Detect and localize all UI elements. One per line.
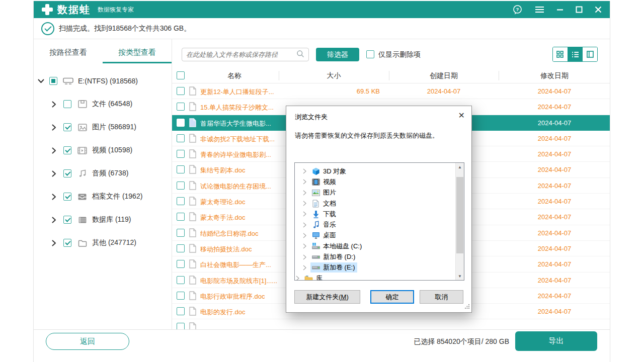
sidebar-item[interactable]: 文件 (64548) xyxy=(38,93,172,116)
minimize-icon[interactable] xyxy=(556,6,564,13)
select-all-checkbox[interactable] xyxy=(177,71,185,79)
chevron-right-icon[interactable] xyxy=(52,194,59,200)
export-button[interactable]: 导出 xyxy=(515,331,597,351)
dialog-close-icon[interactable]: ✕ xyxy=(458,111,465,120)
dialog-tree-item[interactable]: 图片 xyxy=(295,188,464,198)
row-checkbox[interactable] xyxy=(177,307,185,315)
new-folder-button[interactable]: 新建文件夹(M) xyxy=(294,290,360,304)
dialog-tree-item[interactable]: 视频 xyxy=(295,176,464,187)
row-checkbox[interactable] xyxy=(177,292,185,300)
tree-expander-icon[interactable] xyxy=(303,168,309,174)
item-checkbox[interactable] xyxy=(63,169,71,177)
file-name: 首届华语大学生微电影... xyxy=(200,119,271,128)
dialog-tree-item[interactable]: 新加卷 (E:) xyxy=(295,262,464,273)
dialog-tree-item[interactable]: 本地磁盘 (C:) xyxy=(295,241,464,251)
filter-button[interactable]: 筛选器 xyxy=(316,48,359,61)
sidebar-item[interactable]: 图片 (586891) xyxy=(38,116,172,139)
sidebar-item[interactable]: 音频 (6738) xyxy=(38,162,172,185)
item-checkbox[interactable] xyxy=(63,193,71,201)
dialog-scrollbar[interactable]: ▲ ▼ xyxy=(455,163,464,280)
deleted-only-checkbox[interactable] xyxy=(366,50,374,58)
item-checkbox[interactable] xyxy=(63,146,71,154)
search-input[interactable] xyxy=(186,51,296,58)
maximize-icon[interactable] xyxy=(576,6,583,13)
tree-expander-icon[interactable] xyxy=(296,276,302,281)
table-row[interactable]: 更新12-单人口播短段子...69.5 KB2024-04-072024-04-… xyxy=(172,83,610,99)
sidebar-item[interactable]: 档案文件 (1962) xyxy=(38,185,172,208)
column-header-name[interactable]: 名称 xyxy=(190,71,279,80)
tree-expander-icon[interactable] xyxy=(303,222,309,228)
row-checkbox[interactable] xyxy=(177,87,185,95)
row-checkbox[interactable] xyxy=(177,119,185,127)
chevron-down-icon[interactable] xyxy=(38,79,45,83)
item-checkbox[interactable] xyxy=(63,100,71,108)
scroll-down-icon[interactable]: ▼ xyxy=(456,272,464,280)
menu-icon[interactable] xyxy=(535,6,544,13)
list-view-button[interactable] xyxy=(568,47,583,61)
tree-expander-icon[interactable] xyxy=(303,190,309,196)
item-checkbox[interactable] xyxy=(63,216,71,224)
ok-button[interactable]: 确定 xyxy=(370,290,414,304)
tree-expander-icon[interactable] xyxy=(303,201,309,206)
row-checkbox[interactable] xyxy=(177,150,185,158)
resize-grip-icon[interactable] xyxy=(464,303,470,311)
cancel-button[interactable]: 取消 xyxy=(420,290,463,304)
row-checkbox[interactable] xyxy=(177,244,185,252)
chevron-right-icon[interactable] xyxy=(52,170,59,177)
search-icon[interactable] xyxy=(296,50,304,60)
grid-view-button[interactable] xyxy=(553,47,568,61)
row-checkbox[interactable] xyxy=(177,182,185,190)
root-checkbox[interactable] xyxy=(49,77,57,85)
column-header-size[interactable]: 大小 xyxy=(279,71,389,80)
item-checkbox[interactable] xyxy=(63,239,71,247)
scroll-thumb[interactable] xyxy=(456,177,463,253)
chevron-right-icon[interactable] xyxy=(52,217,59,223)
row-checkbox[interactable] xyxy=(177,323,185,329)
row-checkbox[interactable] xyxy=(177,197,185,205)
dialog-tree-label: 文档 xyxy=(323,199,336,208)
back-button[interactable]: 返回 xyxy=(46,333,129,350)
row-checkbox[interactable] xyxy=(177,134,185,142)
row-checkbox[interactable] xyxy=(177,213,185,221)
tree-expander-icon[interactable] xyxy=(303,211,309,217)
tab-by-type[interactable]: 按类型查看 xyxy=(103,48,172,63)
dialog-tree-item[interactable]: 文档 xyxy=(295,198,464,209)
chevron-right-icon[interactable] xyxy=(52,101,59,108)
row-checkbox[interactable] xyxy=(177,165,185,173)
column-header-modified[interactable]: 修改日期 xyxy=(499,71,610,80)
tree-expander-icon[interactable] xyxy=(303,265,309,270)
sidebar-item[interactable]: 数据库 (119) xyxy=(38,208,172,231)
tab-by-path[interactable]: 按路径查看 xyxy=(34,48,103,63)
chevron-right-icon[interactable] xyxy=(52,240,59,246)
row-checkbox[interactable] xyxy=(177,260,185,268)
chevron-right-icon[interactable] xyxy=(52,147,59,154)
file-modified-date: 2024-04-07 xyxy=(499,213,610,221)
item-checkbox[interactable] xyxy=(63,123,71,131)
tree-expander-icon[interactable] xyxy=(303,254,309,260)
scroll-up-icon[interactable]: ▲ xyxy=(456,163,464,171)
sidebar-item-root[interactable]: E:(NTFS) (918568) xyxy=(38,69,172,93)
dialog-tree-item[interactable]: 桌面 xyxy=(295,230,464,241)
tree-expander-icon[interactable] xyxy=(303,179,309,185)
doc-file-icon xyxy=(189,197,196,207)
table-row[interactable] xyxy=(172,319,610,329)
dialog-tree-item[interactable]: 音乐 xyxy=(295,219,464,230)
dialog-tree-item[interactable]: 新加卷 (D:) xyxy=(295,251,464,262)
sidebar-item[interactable]: 视频 (10598) xyxy=(38,139,172,162)
tree-expander-icon[interactable] xyxy=(303,243,309,249)
sidebar-item[interactable]: 其他 (247712) xyxy=(38,231,172,254)
chevron-right-icon[interactable] xyxy=(52,124,59,131)
dialog-tree-item[interactable]: 库 xyxy=(295,273,464,281)
row-checkbox[interactable] xyxy=(177,229,185,237)
column-header-created[interactable]: 创建日期 xyxy=(389,71,499,80)
doc-file-icon xyxy=(189,102,196,113)
panel-view-button[interactable] xyxy=(582,47,597,61)
dialog-tree-item[interactable]: 3D 对象 xyxy=(295,166,464,176)
help-icon[interactable]: ? xyxy=(512,5,523,15)
row-checkbox[interactable] xyxy=(177,276,185,284)
close-icon[interactable] xyxy=(595,6,602,13)
doc-file-icon xyxy=(189,244,196,254)
dialog-tree-item[interactable]: 下载 xyxy=(295,209,464,219)
tree-expander-icon[interactable] xyxy=(303,233,309,238)
row-checkbox[interactable] xyxy=(177,103,185,111)
